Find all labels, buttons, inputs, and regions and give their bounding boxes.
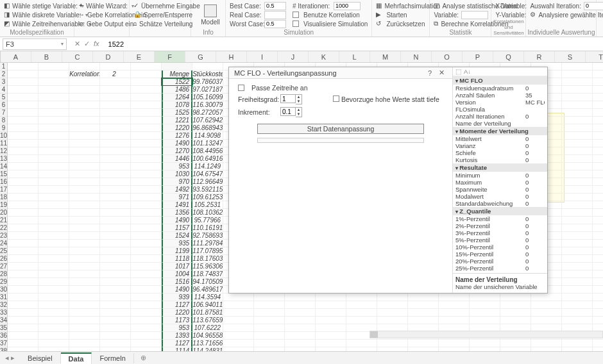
reset-button[interactable]: ↺Zurücksetzen: [376, 19, 425, 28]
cell[interactable]: [8, 209, 38, 217]
cell[interactable]: [100, 86, 131, 94]
cell[interactable]: 1491: [162, 201, 192, 209]
cell[interactable]: 1221: [162, 117, 192, 124]
col-header-M[interactable]: M: [370, 51, 401, 62]
property-group[interactable]: Momente der Verteilung: [453, 127, 547, 135]
cell[interactable]: 111.29784: [192, 240, 223, 247]
cell[interactable]: 1199: [162, 247, 192, 255]
row-header[interactable]: 5: [0, 94, 7, 101]
cell[interactable]: [131, 263, 162, 270]
cell[interactable]: [69, 247, 100, 255]
cell[interactable]: [562, 278, 593, 286]
cell[interactable]: [8, 132, 38, 140]
cell[interactable]: [562, 217, 593, 224]
cell[interactable]: [8, 147, 38, 155]
cell[interactable]: [593, 178, 603, 186]
cell[interactable]: [131, 124, 162, 132]
cell[interactable]: [100, 217, 131, 224]
cell[interactable]: [562, 124, 593, 132]
cell[interactable]: 96.489617: [192, 286, 223, 294]
cell[interactable]: [531, 301, 562, 309]
cell[interactable]: [131, 309, 162, 317]
cell[interactable]: 92.758693: [192, 232, 223, 240]
cancel-formula-icon[interactable]: ✕: [74, 40, 80, 48]
cell[interactable]: [38, 324, 69, 332]
cell[interactable]: [131, 94, 162, 101]
cell[interactable]: [562, 294, 593, 301]
cell[interactable]: [69, 132, 100, 140]
cell[interactable]: [100, 117, 131, 124]
col-header-Q[interactable]: Q: [493, 51, 524, 62]
cell[interactable]: [500, 340, 531, 347]
cell[interactable]: [38, 332, 69, 340]
cell[interactable]: [131, 232, 162, 240]
cell[interactable]: [377, 317, 408, 324]
cell[interactable]: [408, 317, 439, 324]
cell[interactable]: [439, 317, 470, 324]
row-header[interactable]: 24: [0, 240, 7, 247]
cell[interactable]: [593, 201, 603, 209]
property-group[interactable]: Resultate: [453, 163, 547, 172]
ribbon-item[interactable]: ◨Wähle diskrete Variable:▾: [4, 10, 70, 19]
cell[interactable]: [346, 294, 377, 301]
cell[interactable]: [131, 170, 162, 178]
cell[interactable]: [562, 178, 593, 186]
cell[interactable]: [593, 124, 603, 132]
cell[interactable]: [69, 155, 100, 163]
cell[interactable]: [38, 209, 69, 217]
cell[interactable]: 1264: [162, 94, 192, 101]
cell[interactable]: 1270: [162, 147, 192, 155]
cell[interactable]: [100, 147, 131, 155]
cell[interactable]: [38, 255, 69, 263]
cell[interactable]: [562, 309, 593, 317]
col-header-O[interactable]: O: [432, 51, 463, 62]
row-header[interactable]: 27: [0, 263, 7, 270]
cell[interactable]: [285, 317, 316, 324]
cell[interactable]: [593, 78, 603, 86]
cell[interactable]: [38, 170, 69, 178]
cell[interactable]: [562, 70, 593, 78]
cell[interactable]: [69, 124, 100, 132]
ribbon-item[interactable]: ✓Übernehme Eingabe: [133, 1, 187, 10]
cell[interactable]: [38, 217, 69, 224]
cell[interactable]: [531, 294, 562, 301]
cell[interactable]: 114.1249: [192, 163, 223, 170]
cell[interactable]: [131, 132, 162, 140]
increment-spinner[interactable]: ▲▼: [280, 107, 302, 117]
cell[interactable]: [192, 63, 223, 70]
cell[interactable]: [8, 332, 38, 340]
cell[interactable]: [8, 117, 38, 124]
property-row[interactable]: Name der Verteilung: [453, 120, 547, 127]
cell[interactable]: [38, 232, 69, 240]
cell[interactable]: [439, 301, 470, 309]
cell[interactable]: [100, 247, 131, 255]
property-row[interactable]: Residuenquadratsum0: [453, 85, 547, 92]
cell[interactable]: [8, 255, 38, 263]
cell[interactable]: 1078: [162, 101, 192, 109]
row-header[interactable]: 31: [0, 294, 7, 301]
cell[interactable]: [69, 109, 100, 117]
row-header[interactable]: 12: [0, 147, 7, 155]
cell[interactable]: 117.07895: [192, 247, 223, 255]
cell[interactable]: [593, 224, 603, 232]
cell[interactable]: [316, 317, 346, 324]
cell[interactable]: [8, 86, 38, 94]
cell[interactable]: [69, 270, 100, 278]
cell[interactable]: [285, 324, 316, 332]
cell[interactable]: [100, 140, 131, 147]
property-row[interactable]: 10%-Perzentil0: [453, 244, 547, 251]
property-row[interactable]: Spannweite0: [453, 186, 547, 193]
sort-az-icon[interactable]: A↓: [464, 68, 471, 75]
cell[interactable]: [131, 109, 162, 117]
row-header[interactable]: 16: [0, 178, 7, 186]
cell[interactable]: [131, 240, 162, 247]
cell[interactable]: 108.44956: [192, 147, 223, 155]
cell[interactable]: [100, 324, 131, 332]
cell[interactable]: [69, 301, 100, 309]
cell[interactable]: [100, 340, 131, 347]
dialog-titlebar[interactable]: MC FLO - Verteilungsanpassung ? ✕: [229, 67, 452, 79]
cell[interactable]: [38, 201, 69, 209]
ribbon-item[interactable]: ⩍Schätze Verteilung: [133, 19, 187, 28]
cell[interactable]: [38, 140, 69, 147]
cell[interactable]: [500, 317, 531, 324]
